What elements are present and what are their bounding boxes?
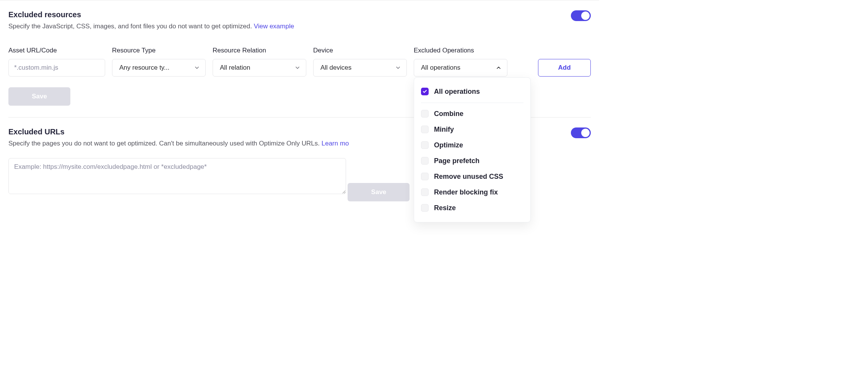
desc-text: Specify the JavaScript, CSS, images, and… [8, 23, 254, 30]
excluded-operations-value: All operations [421, 64, 460, 72]
checkbox-unchecked-icon [421, 188, 429, 196]
excluded-operations-label: Excluded Operations [414, 47, 507, 54]
asset-url-label: Asset URL/Code [8, 47, 105, 54]
section-header: Excluded resources Specify the JavaScrip… [8, 10, 591, 31]
operations-dropdown: All operations Combine Minify Optimize [414, 77, 531, 222]
operations-option-label: All operations [434, 88, 480, 96]
chevron-down-icon [194, 65, 200, 71]
operations-option-label: Render blocking fix [434, 188, 498, 196]
desc-text: Specify the pages you do not want to get… [8, 140, 322, 147]
add-button[interactable]: Add [538, 59, 591, 77]
save-urls-button[interactable]: Save [348, 183, 410, 201]
operations-option-combine[interactable]: Combine [414, 106, 530, 122]
checkbox-unchecked-icon [421, 110, 429, 118]
excluded-resources-section: Excluded resources Specify the JavaScrip… [8, 0, 591, 106]
checkbox-unchecked-icon [421, 173, 429, 180]
asset-url-input[interactable] [8, 59, 105, 77]
excluded-urls-textarea[interactable] [8, 158, 346, 194]
add-button-group: Add [514, 59, 591, 77]
excluded-urls-desc: Specify the pages you do not want to get… [8, 139, 349, 149]
resource-relation-group: Resource Relation All relation [213, 47, 306, 77]
device-group: Device All devices [313, 47, 407, 77]
operations-option-render-blocking-fix[interactable]: Render blocking fix [414, 185, 530, 200]
device-label: Device [313, 47, 407, 54]
device-value: All devices [320, 64, 351, 72]
excluded-urls-title: Excluded URLs [8, 127, 349, 136]
fields-row: Asset URL/Code Resource Type Any resourc… [8, 47, 591, 77]
chevron-down-icon [294, 65, 301, 71]
resource-type-label: Resource Type [112, 47, 206, 54]
operations-option-label: Optimize [434, 141, 463, 149]
excluded-urls-toggle[interactable] [571, 127, 591, 138]
operations-option-label: Page prefetch [434, 157, 480, 165]
operations-option-all[interactable]: All operations [414, 84, 530, 100]
excluded-operations-select[interactable]: All operations [414, 59, 507, 77]
excluded-resources-desc: Specify the JavaScript, CSS, images, and… [8, 21, 294, 31]
view-example-link[interactable]: View example [254, 23, 294, 30]
checkbox-unchecked-icon [421, 204, 429, 212]
operations-option-remove-unused-css[interactable]: Remove unused CSS [414, 169, 530, 185]
asset-url-group: Asset URL/Code [8, 47, 105, 77]
save-resources-button[interactable]: Save [8, 87, 70, 106]
operations-option-label: Combine [434, 110, 463, 118]
settings-panel: Excluded resources Specify the JavaScrip… [0, 0, 599, 261]
excluded-operations-group: Excluded Operations All operations All o… [414, 47, 507, 77]
dropdown-separator [421, 103, 523, 103]
excluded-resources-title: Excluded resources [8, 10, 294, 19]
chevron-down-icon [395, 65, 401, 71]
learn-more-link[interactable]: Learn mo [322, 140, 349, 147]
operations-option-page-prefetch[interactable]: Page prefetch [414, 153, 530, 169]
resource-type-select[interactable]: Any resource ty... [112, 59, 206, 77]
resource-relation-label: Resource Relation [213, 47, 306, 54]
checkbox-checked-icon [421, 88, 429, 95]
operations-option-label: Remove unused CSS [434, 173, 503, 181]
checkbox-unchecked-icon [421, 141, 429, 149]
resource-relation-select[interactable]: All relation [213, 59, 306, 77]
checkbox-unchecked-icon [421, 126, 429, 133]
chevron-up-icon [496, 65, 502, 71]
section-heading-block: Excluded URLs Specify the pages you do n… [8, 127, 349, 149]
excluded-resources-toggle[interactable] [571, 10, 591, 21]
operations-option-label: Minify [434, 126, 454, 134]
section-heading-block: Excluded resources Specify the JavaScrip… [8, 10, 294, 31]
resource-type-group: Resource Type Any resource ty... [112, 47, 206, 77]
operations-option-minify[interactable]: Minify [414, 122, 530, 137]
device-select[interactable]: All devices [313, 59, 407, 77]
operations-option-label: Resize [434, 204, 456, 212]
operations-option-optimize[interactable]: Optimize [414, 137, 530, 153]
resource-type-value: Any resource ty... [119, 64, 169, 72]
operations-option-resize[interactable]: Resize [414, 200, 530, 216]
resource-relation-value: All relation [220, 64, 250, 72]
checkbox-unchecked-icon [421, 157, 429, 165]
